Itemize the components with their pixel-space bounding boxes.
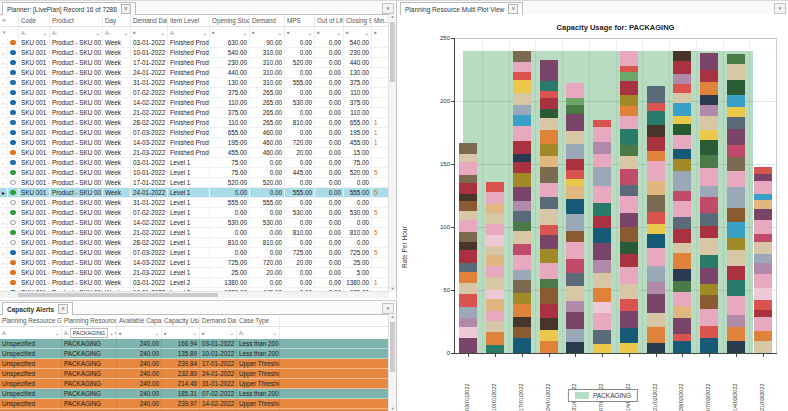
chevron-down-icon[interactable]: ⌄ bbox=[202, 30, 207, 36]
filter-cell[interactable]: A↓⌄ bbox=[19, 27, 50, 38]
column-header-item-level[interactable]: Item Level bbox=[168, 15, 210, 26]
table-row[interactable]: ›SKU 001 - 01Product - SKU 001 - 01Week1… bbox=[0, 178, 389, 188]
filter-box-icon[interactable]: ■ bbox=[346, 30, 349, 35]
table-row[interactable]: ›SKU 001Product - SKU 001Week21-03-2022F… bbox=[0, 148, 389, 158]
table-row[interactable]: ›SKU 001 - 01Product - SKU 001 - 01Week0… bbox=[0, 208, 389, 218]
filter-box-icon[interactable]: ■ bbox=[287, 30, 290, 35]
chevron-down-icon[interactable]: ▾ bbox=[382, 303, 394, 314]
column-header-day[interactable]: Day bbox=[103, 15, 131, 26]
bar-14-02-2022[interactable] bbox=[620, 51, 638, 353]
chevron-down-icon[interactable]: ⌄ bbox=[54, 330, 59, 336]
close-icon[interactable]: x bbox=[58, 304, 68, 314]
filter-cell[interactable]: A↓⌄ bbox=[168, 27, 210, 38]
table-row[interactable]: ›SKU 001Product - SKU 001Week14-03-2022F… bbox=[0, 138, 389, 148]
sort-az-icon[interactable]: A↓ bbox=[239, 330, 244, 336]
chevron-down-icon[interactable]: ⌄ bbox=[242, 30, 247, 36]
table-row[interactable]: ›SKU 001Product - SKU 001Week17-01-2022F… bbox=[0, 58, 389, 68]
chevron-down-icon[interactable]: ⌄ bbox=[229, 330, 234, 336]
table-row[interactable]: ›SKU 001Product - SKU 001Week31-01-2022F… bbox=[0, 78, 389, 88]
column-header-opening-stock[interactable]: Opening Stock bbox=[210, 15, 250, 26]
bar-28-02-2022[interactable] bbox=[673, 51, 691, 353]
close-icon[interactable]: x bbox=[508, 4, 518, 14]
table-row[interactable]: ›SKU 001Product - SKU 001Week03-01-2022F… bbox=[0, 38, 389, 48]
filter-cell[interactable]: ■⌄ bbox=[200, 327, 237, 339]
filter-cell[interactable]: A↓⌄ bbox=[50, 27, 103, 38]
alert-row[interactable]: UnspecifiedPACKAGING240.00185.3107-02-20… bbox=[0, 389, 389, 399]
sort-az-icon[interactable]: A↓ bbox=[64, 330, 69, 336]
scroll-up-icon[interactable]: ▲ bbox=[389, 314, 396, 320]
filter-box-icon[interactable]: ■ bbox=[252, 30, 255, 35]
alert-row[interactable]: UnspecifiedPACKAGING240.00239.8417-01-20… bbox=[0, 359, 389, 369]
table-row[interactable]: ›SKU 001 - 01Product - SKU 001 - 01Week1… bbox=[0, 168, 389, 178]
scroll-up-icon[interactable]: ▲ bbox=[389, 14, 396, 20]
sort-az-icon[interactable]: A↓ bbox=[170, 30, 175, 36]
column-header-demand[interactable]: Demand bbox=[250, 15, 285, 26]
sort-az-icon[interactable]: A↓ bbox=[21, 30, 26, 36]
filter-cell[interactable]: A↓⌄ bbox=[237, 327, 280, 339]
alert-row[interactable]: UnspecifiedPACKAGING240.00232.8024-01-20… bbox=[0, 369, 389, 379]
chevron-down-icon[interactable]: ⌄ bbox=[42, 30, 47, 36]
chevron-down-icon[interactable]: ▾ bbox=[774, 3, 786, 14]
chevron-down-icon[interactable]: ⌄ bbox=[123, 30, 128, 36]
filter-cell[interactable]: ■⌄ bbox=[162, 327, 200, 339]
chevron-down-icon[interactable]: ⌄ bbox=[272, 330, 277, 336]
table-row[interactable]: ›SKU 001Product - SKU 001Week28-02-2022F… bbox=[0, 118, 389, 128]
tab-capacity-alerts[interactable]: Capacity Alerts x bbox=[2, 302, 73, 315]
filter-box-icon[interactable]: ■ bbox=[317, 30, 320, 35]
column-header-capacity-used[interactable]: Capacity Used bbox=[162, 315, 200, 326]
close-icon[interactable]: x bbox=[121, 4, 131, 14]
column-header-planning-resource-group[interactable]: Planning Resource Group bbox=[0, 315, 62, 326]
column-header-case-type[interactable]: Case Type bbox=[237, 315, 280, 326]
bar-14-03-2022[interactable] bbox=[727, 54, 745, 353]
alerts-vertical-scrollbar[interactable]: ▲ ▼ bbox=[388, 314, 396, 411]
alert-row[interactable]: UnspecifiedPACKAGING240.00214.4631-01-20… bbox=[0, 379, 389, 389]
chevron-down-icon[interactable]: ⌄ bbox=[154, 330, 159, 336]
column-header-mps[interactable]: MPS bbox=[285, 15, 315, 26]
column-header-product[interactable]: Product bbox=[50, 15, 103, 26]
filter-cell-resource[interactable]: A↓PACKAGING⌄▼ bbox=[62, 327, 117, 339]
grid-corner-icon[interactable]: ⊞ bbox=[0, 15, 19, 26]
filter-cell[interactable]: A↓⌄ bbox=[103, 27, 131, 38]
bar-21-03-2022[interactable] bbox=[754, 167, 772, 353]
column-header-available-capacity[interactable]: Available Capacity bbox=[117, 315, 162, 326]
alert-row[interactable]: UnspecifiedPACKAGING240.00135.8910-01-20… bbox=[0, 349, 389, 359]
bar-17-01-2022[interactable] bbox=[513, 51, 531, 353]
table-row[interactable]: ▸SKU 001 - 01Product - SKU 001 - 01Week2… bbox=[0, 188, 389, 198]
chevron-down-icon[interactable]: ▾ bbox=[382, 3, 394, 14]
column-header-demand-date[interactable]: Demand Date bbox=[131, 15, 168, 26]
chevron-down-icon[interactable]: ⌄ bbox=[160, 30, 165, 36]
filter-box-icon[interactable]: ■ bbox=[164, 331, 167, 336]
bar-24-01-2022[interactable] bbox=[540, 60, 558, 353]
column-header-demand-date[interactable]: Demand Date bbox=[200, 315, 237, 326]
planner-vertical-scrollbar[interactable]: ▲ ▼ bbox=[388, 14, 396, 292]
table-row[interactable]: ›SKU 001Product - SKU 001Week21-02-2022F… bbox=[0, 108, 389, 118]
bar-10-01-2022[interactable] bbox=[486, 182, 504, 353]
chevron-down-icon[interactable]: ⌄ bbox=[307, 30, 312, 36]
filter-box-icon[interactable]: ■ bbox=[374, 30, 377, 35]
table-row[interactable]: ›SKU 001 - 01Product - SKU 001 - 01Week1… bbox=[0, 258, 389, 268]
filter-box-icon[interactable]: ■ bbox=[212, 30, 215, 35]
table-row[interactable]: ›SKU 001 - 01Product - SKU 001 - 01Week2… bbox=[0, 268, 389, 278]
filter-cell[interactable]: ■⌄ bbox=[131, 27, 168, 38]
table-row[interactable]: ›SKU 001 - 01Product - SKU 001 - 01Week0… bbox=[0, 158, 389, 168]
chevron-down-icon[interactable]: ⌄ bbox=[336, 30, 341, 36]
tab-planner[interactable]: Planner: [LivePlan] Record 16 of 7288 x bbox=[2, 2, 136, 15]
filter-cell[interactable]: ■⌄ bbox=[250, 27, 285, 38]
scroll-down-icon[interactable]: ▼ bbox=[389, 286, 396, 292]
sort-az-icon[interactable]: A↓ bbox=[2, 330, 7, 336]
bar-21-02-2022[interactable] bbox=[647, 86, 665, 353]
table-row[interactable]: ›SKU 001 - 01Product - SKU 001 - 01Week2… bbox=[0, 238, 389, 248]
resource-filter-value[interactable]: PACKAGING bbox=[70, 328, 108, 338]
table-row[interactable]: ›SKU 001 - 01Product - SKU 001 - 01Week2… bbox=[0, 228, 389, 238]
filter-cell[interactable]: ■⌄ bbox=[315, 27, 344, 38]
column-header-closing-stock[interactable]: Closing Stock bbox=[344, 15, 372, 26]
table-row[interactable]: ›SKU 001 - 01Product - SKU 001 - 01Week0… bbox=[0, 248, 389, 258]
alert-row[interactable]: UnspecifiedPACKAGING240.00166.9403-01-20… bbox=[0, 339, 389, 349]
chevron-down-icon[interactable]: ⌄ bbox=[95, 30, 100, 36]
filter-cell[interactable]: A↓⌄ bbox=[0, 327, 62, 339]
bar-31-01-2022[interactable] bbox=[566, 83, 584, 353]
filter-box-icon[interactable]: ■ bbox=[202, 331, 205, 336]
filter-cell[interactable]: ▼ bbox=[0, 27, 19, 38]
bar-07-03-2022[interactable] bbox=[700, 53, 718, 353]
table-row[interactable]: ›SKU 001Product - SKU 001Week10-01-2022F… bbox=[0, 48, 389, 58]
